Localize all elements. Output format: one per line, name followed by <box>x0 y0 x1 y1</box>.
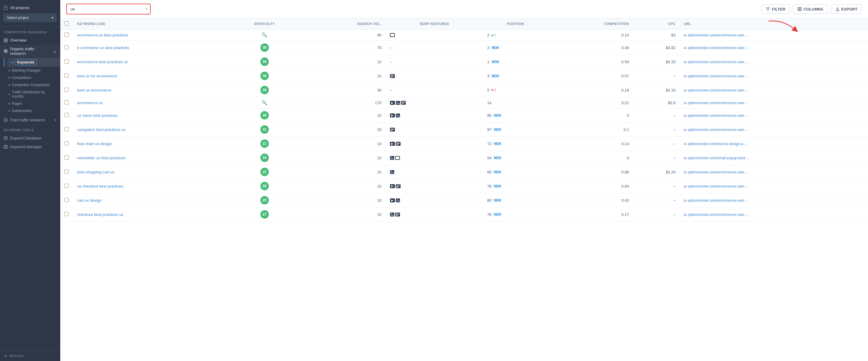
row-checkbox[interactable] <box>64 88 69 92</box>
row-checkbox-cell[interactable] <box>60 55 73 69</box>
export-button[interactable]: EXPORT <box>831 4 862 14</box>
topbar: × FILTER COLUMNS EXPOR <box>60 0 868 19</box>
row-checkbox-cell[interactable] <box>60 123 73 137</box>
row-checkbox[interactable] <box>64 212 69 216</box>
url-link[interactable]: optinmonster.com/ecommerce-user-... <box>687 33 748 37</box>
position-td: 72NEW <box>483 137 548 151</box>
row-checkbox-cell[interactable] <box>60 193 73 207</box>
serp-cell <box>386 193 483 207</box>
row-checkbox-cell[interactable] <box>60 108 73 123</box>
url-link[interactable]: optinmonster.com/how-to-design-a-... <box>687 142 747 146</box>
cpc-cell: $2.8 <box>633 97 680 108</box>
row-checkbox[interactable] <box>64 113 69 117</box>
sidebar-item-traffic-distribution[interactable]: Traffic distribution by country <box>0 89 60 100</box>
url-link[interactable]: optinmonster.com/ecommerce-user-... <box>687 184 748 189</box>
keyword-link[interactable]: ux checkout best practices <box>77 184 123 189</box>
difficulty-cell: 38 <box>227 83 302 97</box>
row-checkbox-cell[interactable] <box>60 179 73 193</box>
row-checkbox[interactable] <box>64 184 69 188</box>
sidebar-item-keyword-manager[interactable]: Keyword Manager <box>0 142 60 151</box>
keyword-cell: navigation best practices ux <box>73 123 227 137</box>
all-projects-link[interactable]: All projects <box>4 4 57 11</box>
keyword-cell: cart ux design <box>73 193 227 207</box>
cpc-cell: $3.33 <box>633 55 680 69</box>
url-link[interactable]: optinmonster.com/ecommerce-user-... <box>687 198 748 203</box>
row-checkbox[interactable] <box>64 73 69 78</box>
keyword-link[interactable]: ux menu best practices <box>77 113 118 118</box>
url-link[interactable]: optinmonster.com/ecommerce-user-... <box>687 88 748 92</box>
sidebar-item-overview[interactable]: Overview <box>0 36 60 44</box>
svg-rect-3 <box>4 41 5 42</box>
position-value: 80 <box>487 198 491 203</box>
position-cell: 5▼2 <box>487 88 544 92</box>
url-link[interactable]: optinmonster.com/email-popup-best-... <box>687 156 749 160</box>
row-checkbox-cell[interactable] <box>60 41 73 55</box>
competition-cell: 0.14 <box>548 137 633 151</box>
keyword-link[interactable]: best shopping cart ux <box>77 170 115 174</box>
position-value: 54 <box>487 156 491 160</box>
url-link[interactable]: optinmonster.com/ecommerce-user-... <box>687 113 748 118</box>
keyword-link[interactable]: checkout best practices ux <box>77 212 123 217</box>
url-link[interactable]: optinmonster.com/ecommerce-user-... <box>687 101 748 105</box>
url-link[interactable]: optinmonster.com/ecommerce-user-... <box>687 170 748 174</box>
sidebar-item-paid-traffic[interactable]: $ Paid traffic research ▾ <box>0 116 60 124</box>
row-checkbox[interactable] <box>64 45 69 50</box>
sidebar-item-subdomains[interactable]: Subdomains <box>0 107 60 114</box>
row-checkbox-cell[interactable] <box>60 97 73 108</box>
url-external-icon: ⧉ <box>684 142 686 146</box>
difficulty-cell: 30 <box>227 55 302 69</box>
row-checkbox-cell[interactable] <box>60 165 73 179</box>
sidebar-item-competitor-comparison[interactable]: Competitor Comparison <box>0 81 60 89</box>
select-all-header[interactable] <box>60 19 73 30</box>
row-checkbox[interactable] <box>64 198 69 202</box>
keyword-link[interactable]: navigation best practices ux <box>77 127 125 132</box>
keyword-link[interactable]: e commerce ux best practices <box>77 45 129 50</box>
keyword-link[interactable]: newsletter ux best practices <box>77 156 125 160</box>
position-td: 85NEW <box>483 108 548 123</box>
row-checkbox[interactable] <box>64 33 69 37</box>
row-checkbox[interactable] <box>64 141 69 145</box>
row-checkbox-cell[interactable] <box>60 207 73 222</box>
select-all-checkbox[interactable] <box>64 21 69 26</box>
keyword-link[interactable]: best ux for ecommerce <box>77 74 117 78</box>
sidebar-item-organic-traffic[interactable]: Organic traffic research ▲ <box>0 44 60 58</box>
sidebar-item-competitors[interactable]: Competitors <box>0 74 60 81</box>
row-checkbox-cell[interactable] <box>60 30 73 41</box>
serp-cell: – <box>386 41 483 55</box>
keyword-link[interactable]: flow chart ux design <box>77 141 112 146</box>
row-checkbox[interactable] <box>64 59 69 64</box>
url-link[interactable]: optinmonster.com/ecommerce-user-... <box>687 128 748 132</box>
search-vol-cell: 30 <box>302 83 386 97</box>
difficulty-badge: 18 <box>260 154 269 162</box>
keyword-link[interactable]: cart ux design <box>77 198 101 203</box>
keyword-link[interactable]: ecommerce ux best practices <box>77 33 128 37</box>
sidebar-item-ranking-changes[interactable]: Ranking Changes <box>0 67 60 74</box>
sidebar-item-pages[interactable]: Pages <box>0 100 60 107</box>
row-checkbox[interactable] <box>64 127 69 131</box>
columns-button[interactable]: COLUMNS <box>793 4 828 14</box>
url-link[interactable]: optinmonster.com/ecommerce-user-... <box>687 212 748 217</box>
minimize-button[interactable]: Minimize <box>4 354 57 358</box>
search-clear-button[interactable]: × <box>145 7 148 11</box>
position-value: 2 <box>487 33 489 37</box>
position-td: 70NEW <box>483 207 548 222</box>
url-link[interactable]: optinmonster.com/ecommerce-user-... <box>687 46 748 50</box>
row-checkbox[interactable] <box>64 169 69 174</box>
row-checkbox-cell[interactable] <box>60 83 73 97</box>
search-vol-cell: 90 <box>302 30 386 41</box>
keyword-link[interactable]: ecommerce best practices ux <box>77 60 128 64</box>
keyword-link[interactable]: ecommerce ux <box>77 101 103 105</box>
row-checkbox[interactable] <box>64 155 69 160</box>
search-input[interactable] <box>66 4 151 14</box>
row-checkbox-cell[interactable] <box>60 69 73 83</box>
row-checkbox[interactable] <box>64 100 69 104</box>
url-link[interactable]: optinmonster.com/ecommerce-user-... <box>687 60 748 64</box>
row-checkbox-cell[interactable] <box>60 151 73 165</box>
filter-button[interactable]: FILTER <box>761 4 790 14</box>
row-checkbox-cell[interactable] <box>60 137 73 151</box>
project-select-dropdown[interactable]: Select project ▾ <box>4 13 57 22</box>
sidebar-item-keywords[interactable]: Keywords <box>8 58 60 67</box>
keyword-link[interactable]: best ux ecommerce <box>77 88 111 92</box>
sidebar-item-expand-database[interactable]: Expand Database <box>0 134 60 142</box>
url-link[interactable]: optinmonster.com/ecommerce-user-... <box>687 74 748 78</box>
